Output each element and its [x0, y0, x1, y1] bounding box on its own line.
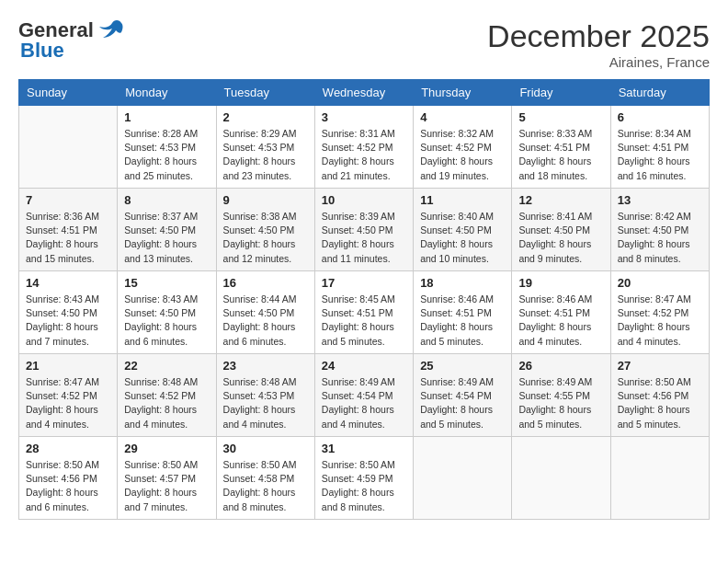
calendar-cell: 25Sunrise: 8:49 AM Sunset: 4:54 PM Dayli…	[414, 354, 512, 437]
calendar-cell: 15Sunrise: 8:43 AM Sunset: 4:50 PM Dayli…	[118, 271, 216, 354]
month-title: December 2025	[487, 18, 710, 54]
day-info: Sunrise: 8:40 AM Sunset: 4:50 PM Dayligh…	[420, 210, 505, 266]
day-info: Sunrise: 8:29 AM Sunset: 4:53 PM Dayligh…	[223, 127, 308, 183]
logo-blue-text: Blue	[20, 39, 64, 63]
calendar-week-2: 7Sunrise: 8:36 AM Sunset: 4:51 PM Daylig…	[19, 189, 710, 271]
day-info: Sunrise: 8:37 AM Sunset: 4:50 PM Dayligh…	[124, 210, 209, 266]
calendar-cell: 20Sunrise: 8:47 AM Sunset: 4:52 PM Dayli…	[610, 271, 709, 354]
day-info: Sunrise: 8:45 AM Sunset: 4:51 PM Dayligh…	[322, 293, 406, 349]
day-number: 3	[322, 110, 406, 124]
col-sunday: Sunday	[19, 80, 118, 106]
day-number: 10	[322, 193, 406, 207]
day-number: 27	[618, 359, 702, 373]
col-saturday: Saturday	[610, 80, 709, 106]
day-info: Sunrise: 8:49 AM Sunset: 4:54 PM Dayligh…	[420, 375, 505, 431]
day-info: Sunrise: 8:47 AM Sunset: 4:52 PM Dayligh…	[26, 375, 110, 431]
calendar-cell	[414, 437, 512, 520]
calendar-cell	[512, 437, 610, 520]
calendar-cell: 11Sunrise: 8:40 AM Sunset: 4:50 PM Dayli…	[414, 189, 512, 271]
calendar-body: 1Sunrise: 8:28 AM Sunset: 4:53 PM Daylig…	[19, 106, 710, 520]
calendar-cell: 8Sunrise: 8:37 AM Sunset: 4:50 PM Daylig…	[118, 189, 216, 271]
calendar-cell: 31Sunrise: 8:50 AM Sunset: 4:59 PM Dayli…	[314, 437, 413, 520]
day-info: Sunrise: 8:43 AM Sunset: 4:50 PM Dayligh…	[124, 293, 209, 349]
day-number: 25	[420, 359, 505, 373]
day-number: 12	[518, 193, 603, 207]
calendar-cell: 22Sunrise: 8:48 AM Sunset: 4:52 PM Dayli…	[118, 354, 216, 437]
day-number: 7	[26, 193, 110, 207]
day-number: 29	[124, 442, 209, 455]
calendar-cell: 2Sunrise: 8:29 AM Sunset: 4:53 PM Daylig…	[216, 106, 314, 189]
day-info: Sunrise: 8:33 AM Sunset: 4:51 PM Dayligh…	[518, 127, 603, 183]
calendar-cell: 10Sunrise: 8:39 AM Sunset: 4:50 PM Dayli…	[314, 189, 413, 271]
day-number: 5	[518, 110, 603, 124]
calendar-cell	[19, 106, 118, 189]
calendar-cell: 29Sunrise: 8:50 AM Sunset: 4:57 PM Dayli…	[118, 437, 216, 520]
day-number: 11	[420, 193, 505, 207]
calendar-cell: 13Sunrise: 8:42 AM Sunset: 4:50 PM Dayli…	[610, 189, 709, 271]
day-number: 16	[223, 276, 308, 290]
day-info: Sunrise: 8:50 AM Sunset: 4:59 PM Dayligh…	[322, 458, 406, 514]
calendar-week-3: 14Sunrise: 8:43 AM Sunset: 4:50 PM Dayli…	[19, 271, 710, 354]
calendar-cell: 3Sunrise: 8:31 AM Sunset: 4:52 PM Daylig…	[314, 106, 413, 189]
day-info: Sunrise: 8:50 AM Sunset: 4:58 PM Dayligh…	[223, 458, 308, 514]
day-number: 8	[124, 193, 209, 207]
calendar-cell: 9Sunrise: 8:38 AM Sunset: 4:50 PM Daylig…	[216, 189, 314, 271]
calendar-cell: 17Sunrise: 8:45 AM Sunset: 4:51 PM Dayli…	[314, 271, 413, 354]
calendar-week-1: 1Sunrise: 8:28 AM Sunset: 4:53 PM Daylig…	[19, 106, 710, 189]
day-number: 19	[518, 276, 603, 290]
day-number: 2	[223, 110, 308, 124]
calendar-cell: 4Sunrise: 8:32 AM Sunset: 4:52 PM Daylig…	[414, 106, 512, 189]
calendar-cell: 26Sunrise: 8:49 AM Sunset: 4:55 PM Dayli…	[512, 354, 610, 437]
calendar-cell: 14Sunrise: 8:43 AM Sunset: 4:50 PM Dayli…	[19, 271, 118, 354]
calendar-cell: 24Sunrise: 8:49 AM Sunset: 4:54 PM Dayli…	[314, 354, 413, 437]
day-number: 1	[124, 110, 209, 124]
day-info: Sunrise: 8:47 AM Sunset: 4:52 PM Dayligh…	[618, 293, 702, 349]
day-info: Sunrise: 8:46 AM Sunset: 4:51 PM Dayligh…	[518, 293, 603, 349]
day-info: Sunrise: 8:28 AM Sunset: 4:53 PM Dayligh…	[124, 127, 209, 183]
day-info: Sunrise: 8:38 AM Sunset: 4:50 PM Dayligh…	[223, 210, 308, 266]
title-block: December 2025 Airaines, France	[487, 18, 710, 70]
calendar-cell: 7Sunrise: 8:36 AM Sunset: 4:51 PM Daylig…	[19, 189, 118, 271]
day-number: 26	[518, 359, 603, 373]
calendar-header: Sunday Monday Tuesday Wednesday Thursday…	[19, 80, 710, 106]
day-info: Sunrise: 8:43 AM Sunset: 4:50 PM Dayligh…	[26, 293, 110, 349]
header-row: Sunday Monday Tuesday Wednesday Thursday…	[19, 80, 710, 106]
calendar-cell: 27Sunrise: 8:50 AM Sunset: 4:56 PM Dayli…	[610, 354, 709, 437]
day-number: 22	[124, 359, 209, 373]
calendar-cell: 21Sunrise: 8:47 AM Sunset: 4:52 PM Dayli…	[19, 354, 118, 437]
day-number: 15	[124, 276, 209, 290]
day-number: 14	[26, 276, 110, 290]
day-info: Sunrise: 8:41 AM Sunset: 4:50 PM Dayligh…	[518, 210, 603, 266]
day-number: 31	[322, 442, 406, 455]
day-number: 13	[618, 193, 702, 207]
day-number: 18	[420, 276, 505, 290]
day-number: 9	[223, 193, 308, 207]
day-number: 6	[618, 110, 702, 124]
calendar-cell: 5Sunrise: 8:33 AM Sunset: 4:51 PM Daylig…	[512, 106, 610, 189]
logo-bird-icon	[96, 19, 123, 40]
day-info: Sunrise: 8:50 AM Sunset: 4:57 PM Dayligh…	[124, 458, 209, 514]
day-info: Sunrise: 8:36 AM Sunset: 4:51 PM Dayligh…	[26, 210, 110, 266]
logo: General Blue	[18, 18, 123, 63]
day-info: Sunrise: 8:32 AM Sunset: 4:52 PM Dayligh…	[420, 127, 505, 183]
day-info: Sunrise: 8:39 AM Sunset: 4:50 PM Dayligh…	[322, 210, 406, 266]
col-tuesday: Tuesday	[216, 80, 314, 106]
day-info: Sunrise: 8:46 AM Sunset: 4:51 PM Dayligh…	[420, 293, 505, 349]
day-info: Sunrise: 8:34 AM Sunset: 4:51 PM Dayligh…	[618, 127, 702, 183]
calendar-cell: 18Sunrise: 8:46 AM Sunset: 4:51 PM Dayli…	[414, 271, 512, 354]
calendar-cell: 12Sunrise: 8:41 AM Sunset: 4:50 PM Dayli…	[512, 189, 610, 271]
day-number: 20	[618, 276, 702, 290]
day-number: 30	[223, 442, 308, 455]
calendar-week-5: 28Sunrise: 8:50 AM Sunset: 4:56 PM Dayli…	[19, 437, 710, 520]
day-info: Sunrise: 8:42 AM Sunset: 4:50 PM Dayligh…	[618, 210, 702, 266]
day-info: Sunrise: 8:48 AM Sunset: 4:53 PM Dayligh…	[223, 375, 308, 431]
page-header: General Blue December 2025 Airaines, Fra…	[18, 18, 710, 70]
day-info: Sunrise: 8:49 AM Sunset: 4:54 PM Dayligh…	[322, 375, 406, 431]
calendar-cell: 1Sunrise: 8:28 AM Sunset: 4:53 PM Daylig…	[118, 106, 216, 189]
day-info: Sunrise: 8:50 AM Sunset: 4:56 PM Dayligh…	[26, 458, 110, 514]
day-info: Sunrise: 8:48 AM Sunset: 4:52 PM Dayligh…	[124, 375, 209, 431]
day-number: 21	[26, 359, 110, 373]
day-number: 17	[322, 276, 406, 290]
calendar-cell	[610, 437, 709, 520]
day-number: 24	[322, 359, 406, 373]
